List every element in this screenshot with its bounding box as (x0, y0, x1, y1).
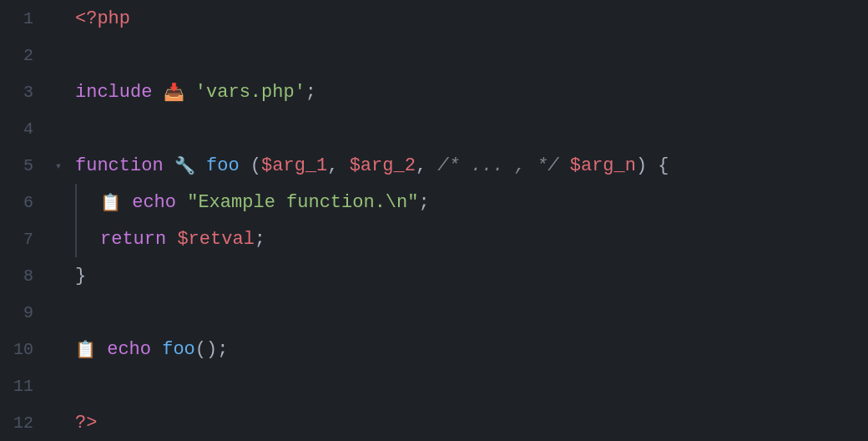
code-line: 4 (0, 110, 868, 147)
code-line: 11 (0, 368, 868, 404)
code-line: 1<?php (0, 0, 868, 37)
echo-keyword-token: echo (107, 339, 151, 360)
code-line: 2 (0, 37, 868, 74)
punctuation-token: ; (418, 192, 429, 213)
line-number: 11 (0, 377, 50, 396)
plain-token (151, 339, 162, 360)
line-content: <?php (67, 8, 130, 29)
line-content: return $retval; (67, 220, 265, 257)
line-number: 12 (0, 413, 50, 433)
echo-keyword-token: echo (132, 192, 176, 213)
line-number: 4 (0, 119, 50, 139)
function-name-token: foo (162, 339, 195, 360)
code-line: 5▾function 🔧 foo ($arg_1, $arg_2, /* ...… (0, 147, 868, 184)
line-number: 1 (0, 9, 50, 28)
variable-token: $retval (177, 229, 254, 250)
code-line: 12?> (0, 404, 868, 441)
keyword-token: function (75, 155, 164, 176)
plain-token (166, 229, 177, 250)
variable-token: $arg_n (570, 155, 636, 176)
string-token: "Example function.\n" (187, 192, 418, 213)
code-line: 7return $retval; (0, 220, 868, 257)
line-number: 10 (0, 340, 50, 359)
line-number: 3 (0, 83, 50, 102)
line-content: 📋 echo foo(); (67, 339, 228, 360)
code-line: 10📋 echo foo(); (0, 331, 868, 368)
comment-token: /* ... , */ (437, 155, 558, 176)
code-line: 8} (0, 257, 868, 294)
emoji-token: 📋 (100, 192, 121, 213)
code-editor: 1<?php23include 📥 'vars.php';45▾function… (0, 0, 868, 441)
fold-arrow[interactable]: ▾ (50, 159, 67, 173)
punctuation-token: ) { (636, 155, 669, 176)
plain-token (152, 82, 163, 103)
line-number: 5 (0, 156, 50, 175)
punctuation-token: (); (195, 339, 229, 360)
plain-token (184, 82, 195, 103)
emoji-token: 📋 (75, 339, 96, 360)
punctuation-token: ( (240, 155, 261, 176)
line-content: 📋 echo "Example function.\n"; (67, 184, 430, 220)
punctuation-token: , (416, 155, 437, 176)
line-number: 9 (0, 303, 50, 322)
variable-token: $arg_1 (261, 155, 327, 176)
plain-token (164, 155, 174, 176)
emoji-token: 📥 (164, 82, 184, 103)
php-tag-token: <?php (75, 8, 130, 29)
plain-token (121, 192, 132, 213)
variable-token: $arg_2 (350, 155, 416, 176)
return-keyword-token: return (100, 229, 166, 250)
line-content: ?> (67, 413, 97, 433)
indent-bar (75, 184, 77, 220)
line-content: function 🔧 foo ($arg_1, $arg_2, /* ... ,… (67, 155, 669, 176)
punctuation-token: ; (305, 82, 316, 103)
code-line: 6📋 echo "Example function.\n"; (0, 184, 868, 220)
line-content: } (67, 266, 86, 286)
code-line: 9 (0, 294, 868, 331)
punctuation-token: } (75, 266, 86, 286)
function-name-token: foo (206, 155, 240, 176)
string-token: 'vars.php' (195, 82, 305, 103)
line-number: 7 (0, 230, 50, 249)
plain-token (96, 339, 107, 360)
punctuation-token: ; (255, 229, 265, 250)
plain-token (559, 155, 570, 176)
indent-bar (75, 220, 77, 257)
line-content: include 📥 'vars.php'; (67, 82, 316, 103)
punctuation-token: , (327, 155, 349, 176)
plain-token (195, 155, 206, 176)
line-number: 2 (0, 46, 50, 65)
keyword-token: include (75, 82, 152, 103)
code-line: 3include 📥 'vars.php'; (0, 74, 868, 110)
emoji-token: 🔧 (174, 155, 195, 176)
php-tag-token: ?> (75, 413, 97, 433)
line-number: 8 (0, 266, 50, 286)
plain-token (176, 192, 187, 213)
line-number: 6 (0, 193, 50, 212)
